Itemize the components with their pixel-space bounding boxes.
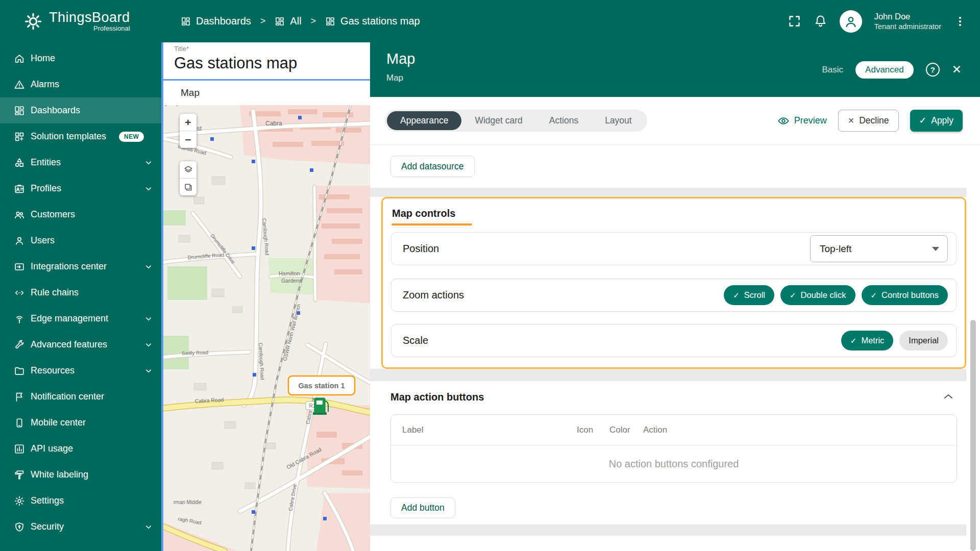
widget-title-input[interactable]: Title* Gas stations map xyxy=(163,42,370,79)
svg-text:Cabra: Cabra xyxy=(265,120,282,127)
svg-text:Quarry Road: Quarry Road xyxy=(163,105,192,106)
sidebar-item-mobile-center[interactable]: Mobile center xyxy=(0,410,161,436)
table-header: Label Icon Color Action xyxy=(391,415,957,445)
action-buttons-table: Label Icon Color Action No action button… xyxy=(390,414,957,483)
rule-chains-icon xyxy=(14,287,25,298)
section-divider xyxy=(370,369,966,381)
sidebar-item-home[interactable]: Home xyxy=(0,45,161,71)
sidebar-item-advanced-features[interactable]: Advanced features xyxy=(0,332,161,358)
dashboards-icon xyxy=(14,105,25,116)
chevron-down-icon xyxy=(144,366,153,375)
sidebar-item-integrations-center[interactable]: Integrations center xyxy=(0,254,161,280)
tab-appearance[interactable]: Appearance xyxy=(387,111,461,130)
map-layers-button[interactable] xyxy=(180,161,197,178)
check-icon: ✓ xyxy=(850,336,857,345)
svg-text:rman Middle: rman Middle xyxy=(174,499,202,505)
add-datasource-button[interactable]: Add datasource xyxy=(390,156,475,177)
tab-layout[interactable]: Layout xyxy=(592,111,645,130)
sidebar-item-dashboards[interactable]: Dashboards xyxy=(0,97,161,123)
sidebar-item-resources[interactable]: Resources xyxy=(0,358,161,384)
sidebar-item-edge-management[interactable]: Edge management xyxy=(0,306,161,332)
basic-mode-toggle[interactable]: Basic xyxy=(822,65,844,75)
chevron-up-icon xyxy=(943,393,953,399)
chevron-down-icon xyxy=(144,158,153,167)
highlight-underline xyxy=(391,223,472,226)
sidebar-item-alarms[interactable]: Alarms xyxy=(0,71,161,97)
chip-scroll[interactable]: ✓ Scroll xyxy=(724,285,774,305)
sidebar-item-label: Settings xyxy=(31,495,64,506)
map-style-button[interactable] xyxy=(180,179,197,195)
sidebar-item-entities[interactable]: Entities xyxy=(0,149,161,176)
position-select[interactable]: Top-left xyxy=(810,235,948,262)
notification-flag-icon xyxy=(14,391,25,403)
sidebar-item-label: Entities xyxy=(31,157,61,168)
decline-button[interactable]: ✕ Decline xyxy=(838,110,899,132)
sidebar-item-profiles[interactable]: Profiles xyxy=(0,176,161,202)
sidebar: Home Alarms Dashboards Solution template… xyxy=(0,42,161,551)
collapse-section-button[interactable] xyxy=(943,393,953,399)
more-vert-icon xyxy=(953,15,967,28)
sidebar-item-customers[interactable]: Customers xyxy=(0,202,161,228)
sidebar-item-notification-center[interactable]: Notification center xyxy=(0,384,161,410)
sidebar-item-label: Security xyxy=(31,521,64,532)
chip-metric[interactable]: ✓ Metric xyxy=(841,331,894,350)
close-settings-button[interactable]: ✕ xyxy=(952,64,962,76)
scrollbar-thumb[interactable] xyxy=(970,320,976,551)
topbar-right: John Doe Tenant administrator xyxy=(788,10,980,33)
chip-imperial[interactable]: Imperial xyxy=(899,331,948,350)
api-usage-chart-icon xyxy=(14,443,25,455)
sidebar-item-label: Home xyxy=(31,53,55,64)
sidebar-item-white-labeling[interactable]: White labeling xyxy=(0,462,161,488)
chip-double-click[interactable]: ✓ Double click xyxy=(780,285,855,305)
thingsboard-logo[interactable]: ThingsBoard Professional xyxy=(0,10,161,32)
widget-header-title: Map xyxy=(163,81,370,98)
more-menu-button[interactable] xyxy=(953,15,967,28)
sidebar-item-solution-templates[interactable]: Solution templates NEW xyxy=(0,123,161,149)
preview-button[interactable]: Preview xyxy=(777,115,827,127)
sidebar-item-users[interactable]: Users xyxy=(0,228,161,254)
sidebar-item-security[interactable]: Security xyxy=(0,514,161,540)
check-icon: ✓ xyxy=(871,291,877,300)
sidebar-item-api-usage[interactable]: API usage xyxy=(0,436,161,462)
topbar: ThingsBoard Professional Dashboards > Al… xyxy=(0,0,980,42)
map-zoom-out-button[interactable]: − xyxy=(180,131,197,148)
close-icon: ✕ xyxy=(848,116,854,126)
sidebar-item-rule-chains[interactable]: Rule chains xyxy=(0,280,161,306)
chip-label: Scroll xyxy=(744,290,765,300)
apply-button[interactable]: ✓ Apply xyxy=(910,110,963,132)
chip-control-buttons[interactable]: ✓ Control buttons xyxy=(862,285,948,305)
preview-label: Preview xyxy=(794,115,827,126)
bell-icon xyxy=(814,14,827,28)
avatar[interactable] xyxy=(840,10,862,33)
map-marker-gas-station-1[interactable]: Gas station 1 xyxy=(288,376,355,395)
fullscreen-icon xyxy=(788,14,801,28)
notifications-button[interactable] xyxy=(814,14,827,28)
tab-actions[interactable]: Actions xyxy=(536,111,592,130)
brand-edition: Professional xyxy=(93,24,130,32)
breadcrumb-item-all[interactable]: All xyxy=(275,15,301,27)
chip-label: Imperial xyxy=(909,336,939,345)
advanced-mode-toggle[interactable]: Advanced xyxy=(855,61,914,79)
widget-settings-panel: Map Map Basic Advanced ? ✕ Appearance Wi… xyxy=(370,42,980,551)
sidebar-item-settings[interactable]: Settings xyxy=(0,488,161,514)
sidebar-item-label: Customers xyxy=(31,209,75,220)
check-icon: ✓ xyxy=(733,291,740,300)
tab-widget-card[interactable]: Widget card xyxy=(461,111,535,130)
scale-label: Scale xyxy=(403,335,428,346)
breadcrumb-item-dashboards[interactable]: Dashboards xyxy=(181,15,251,27)
add-button[interactable]: Add button xyxy=(390,497,455,518)
help-button[interactable]: ? xyxy=(926,63,940,77)
position-value: Top-left xyxy=(820,243,851,255)
map-zoom-in-button[interactable]: + xyxy=(180,114,197,131)
user-role: Tenant administrator xyxy=(874,22,941,31)
breadcrumb-separator: > xyxy=(260,16,266,27)
settings-toolbar: Appearance Widget card Actions Layout Pr… xyxy=(370,97,980,145)
map-action-buttons-title: Map action buttons xyxy=(390,391,484,403)
user-block[interactable]: John Doe Tenant administrator xyxy=(874,11,941,31)
fullscreen-button[interactable] xyxy=(788,14,801,28)
position-label: Position xyxy=(403,243,439,255)
sidebar-item-label: Notification center xyxy=(31,391,104,402)
breadcrumb-item-gas-stations-map[interactable]: Gas stations map xyxy=(325,15,420,27)
dashboards-icon xyxy=(275,16,285,27)
map[interactable]: Cabra West manus Road Drumcliffe Drive D… xyxy=(163,105,370,551)
